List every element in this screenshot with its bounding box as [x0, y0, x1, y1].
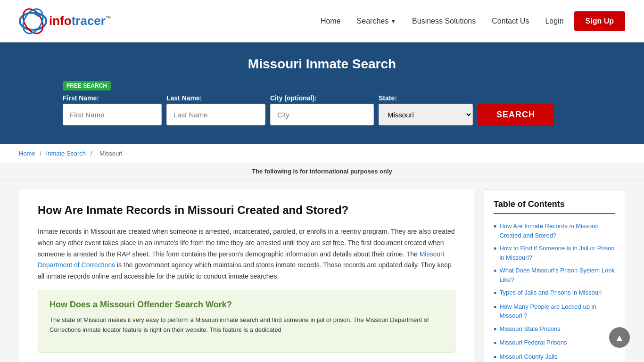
toc-item: ▪What Does Missouri's Prison System Look…: [494, 266, 615, 284]
toc-list: ▪How Are Inmate Records in Missouri Crea…: [494, 222, 615, 362]
nav-home[interactable]: Home: [315, 13, 347, 29]
breadcrumb-sep1: /: [40, 150, 43, 157]
header: infotracer™ Home Searches ▼ Business Sol…: [0, 0, 644, 42]
main-nav: Home Searches ▼ Business Solutions Conta…: [315, 11, 625, 31]
info-bar: The following is for informational purpo…: [0, 163, 644, 180]
svg-point-2: [19, 7, 47, 35]
nav-business-solutions[interactable]: Business Solutions: [406, 13, 481, 29]
last-name-group: Last Name:: [166, 94, 265, 125]
toc-title: Table of Contents: [494, 199, 615, 214]
back-to-top-button[interactable]: ▲: [609, 327, 630, 348]
search-button[interactable]: SEARCH: [478, 104, 554, 125]
logo-text: infotracer™: [49, 14, 111, 28]
toc-link-1[interactable]: How to Find if Someone is in Jail or Pri…: [499, 244, 615, 262]
toc-link-4[interactable]: How Many People are Locked up in Missour…: [499, 302, 615, 321]
toc-item: ▪Types of Jails and Prisons in Missouri: [494, 288, 615, 298]
nav-login[interactable]: Login: [539, 13, 569, 29]
breadcrumb-sep2: /: [91, 150, 94, 157]
toc-bullet-icon: ▪: [494, 352, 496, 362]
last-name-input[interactable]: [166, 104, 265, 125]
toc-item: ▪How Are Inmate Records in Missouri Crea…: [494, 222, 615, 240]
city-input[interactable]: [270, 104, 374, 125]
nav-contact-us[interactable]: Contact Us: [486, 13, 535, 29]
searches-chevron-icon: ▼: [390, 18, 396, 25]
nav-searches[interactable]: Searches ▼: [351, 13, 402, 29]
breadcrumb-home[interactable]: Home: [19, 150, 35, 157]
info-box: How Does a Missouri Offender Search Work…: [38, 290, 455, 353]
info-box-heading: How Does a Missouri Offender Search Work…: [50, 300, 444, 310]
first-name-input[interactable]: [63, 104, 162, 125]
toc-bullet-icon: ▪: [494, 288, 496, 298]
hero-section: Missouri Inmate Search FREE SEARCH First…: [0, 42, 644, 144]
logo-icon: [19, 7, 47, 35]
article-heading: How Are Inmate Records in Missouri Creat…: [38, 204, 455, 217]
toc-bullet-icon: ▪: [494, 266, 496, 276]
toc-link-6[interactable]: Missouri Federal Prisons: [499, 338, 567, 347]
hero-title: Missouri Inmate Search: [19, 57, 625, 72]
last-name-label: Last Name:: [166, 94, 265, 102]
toc-link-5[interactable]: Missouri State Prisons: [499, 324, 560, 334]
first-name-label: First Name:: [63, 94, 162, 102]
signup-button[interactable]: Sign Up: [574, 11, 625, 31]
toc-item: ▪How Many People are Locked up in Missou…: [494, 302, 615, 321]
toc-item: ▪Missouri Federal Prisons: [494, 338, 615, 348]
city-label: City (optional):: [270, 94, 374, 102]
toc-bullet-icon: ▪: [494, 222, 496, 232]
state-select[interactable]: Missouri Alabama Alaska Arizona Arkansas…: [379, 104, 473, 125]
article: How Are Inmate Records in Missouri Creat…: [19, 189, 474, 362]
article-paragraph1: Inmate records in Missouri are created w…: [38, 226, 455, 282]
free-badge: FREE SEARCH: [63, 81, 111, 90]
sidebar: Table of Contents ▪How Are Inmate Record…: [484, 189, 625, 362]
toc-link-2[interactable]: What Does Missouri's Prison System Look …: [499, 266, 615, 284]
toc-item: ▪Missouri State Prisons: [494, 324, 615, 335]
toc-bullet-icon: ▪: [494, 244, 496, 254]
state-label: State:: [379, 94, 473, 102]
info-box-text: The state of Missouri makes it very easy…: [50, 315, 444, 335]
breadcrumb-inmate-search[interactable]: Inmate Search: [46, 150, 86, 157]
toc-bullet-icon: ▪: [494, 324, 496, 335]
logo[interactable]: infotracer™: [19, 7, 111, 35]
toc-item: ▪How to Find if Someone is in Jail or Pr…: [494, 244, 615, 262]
main-content: How Are Inmate Records in Missouri Creat…: [0, 180, 644, 362]
toc-bullet-icon: ▪: [494, 338, 496, 348]
city-group: City (optional):: [270, 94, 374, 125]
toc-link-0[interactable]: How Are Inmate Records in Missouri Creat…: [499, 222, 615, 240]
toc-link-3[interactable]: Types of Jails and Prisons in Missouri: [499, 288, 602, 297]
toc-link-7[interactable]: Missouri County Jails: [499, 352, 557, 362]
state-group: State: Missouri Alabama Alaska Arizona A…: [379, 94, 473, 125]
first-name-group: First Name:: [63, 94, 162, 125]
toc-bullet-icon: ▪: [494, 302, 496, 313]
toc-box: Table of Contents ▪How Are Inmate Record…: [484, 189, 625, 362]
breadcrumb: Home / Inmate Search / Missouri: [0, 144, 644, 163]
toc-item: ▪Missouri County Jails: [494, 352, 615, 362]
breadcrumb-missouri: Missouri: [99, 150, 122, 157]
search-form: First Name: Last Name: City (optional): …: [63, 94, 581, 125]
